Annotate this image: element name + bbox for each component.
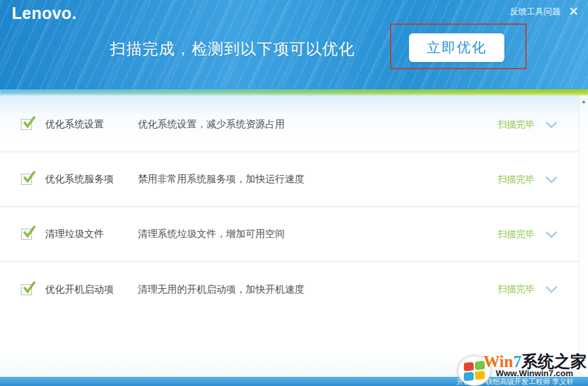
optimization-row-system-services: 优化系统服务项 禁用非常用系统服务项，加快运行速度 扫描完毕 bbox=[0, 152, 579, 207]
row-label: 优化系统服务项 bbox=[45, 173, 138, 185]
scan-complete-title: 扫描完成，检测到以下项可以优化 bbox=[110, 39, 355, 59]
checkmark-icon bbox=[22, 170, 37, 184]
scan-status: 扫描完毕 bbox=[498, 119, 534, 131]
watermark-url: Www.Winwin7.com bbox=[483, 368, 585, 378]
row-label: 清理垃圾文件 bbox=[45, 228, 138, 240]
watermark-text: Win7系统之家 Www.Winwin7.com bbox=[483, 353, 585, 378]
checkbox-checked[interactable] bbox=[21, 119, 32, 130]
scrollbar-track[interactable]: ▲ bbox=[579, 95, 588, 377]
optimization-row-startup-items: 优化开机启动项 清理无用的开机启动项，加快开机速度 扫描完毕 bbox=[0, 262, 579, 317]
header-accent-strip bbox=[0, 89, 588, 95]
checkbox-checked[interactable] bbox=[21, 174, 32, 185]
row-description: 清理无用的开机启动项，加快开机速度 bbox=[138, 283, 498, 296]
scan-status: 扫描完毕 bbox=[498, 283, 534, 295]
chevron-down-icon[interactable] bbox=[545, 285, 558, 293]
lenovo-optimizer-window: Lenovo. 反馈工具问题 ✕ 扫描完成，检测到以下项可以优化 立即优化 优化… bbox=[0, 0, 588, 386]
checkmark-icon bbox=[22, 225, 37, 239]
win7-watermark: Win7系统之家 Www.Winwin7.com bbox=[446, 353, 585, 386]
checkmark-icon bbox=[22, 280, 37, 295]
optimization-row-junk-files: 清理垃圾文件 清理系统垃圾文件，增加可用空间 扫描完毕 bbox=[0, 207, 579, 262]
row-description: 禁用非常用系统服务项，加快运行速度 bbox=[138, 173, 498, 185]
optimization-list: 优化系统设置 优化系统设置，减少系统资源占用 扫描完毕 优化系统服务项 禁用非常… bbox=[0, 95, 588, 377]
header-actions: 反馈工具问题 ✕ bbox=[510, 5, 579, 18]
row-label: 优化开机启动项 bbox=[45, 283, 138, 296]
header: Lenovo. 反馈工具问题 ✕ 扫描完成，检测到以下项可以优化 立即优化 bbox=[0, 0, 588, 95]
row-description: 优化系统设置，减少系统资源占用 bbox=[138, 118, 498, 131]
checkbox-checked[interactable] bbox=[21, 284, 32, 295]
optimization-row-system-settings: 优化系统设置 优化系统设置，减少系统资源占用 扫描完毕 bbox=[0, 97, 579, 152]
row-description: 清理系统垃圾文件，增加可用空间 bbox=[138, 228, 498, 240]
feedback-link[interactable]: 反馈工具问题 bbox=[510, 6, 561, 18]
row-label: 优化系统设置 bbox=[45, 118, 138, 131]
checkmark-icon bbox=[22, 115, 37, 129]
rows-container: 优化系统设置 优化系统设置，减少系统资源占用 扫描完毕 优化系统服务项 禁用非常… bbox=[0, 97, 579, 317]
close-icon[interactable]: ✕ bbox=[568, 5, 579, 18]
chevron-down-icon[interactable] bbox=[545, 121, 558, 129]
scan-status: 扫描完毕 bbox=[498, 229, 534, 240]
scroll-up-icon[interactable]: ▲ bbox=[580, 98, 588, 105]
chevron-down-icon[interactable] bbox=[545, 176, 558, 184]
lenovo-logo: Lenovo. bbox=[12, 4, 76, 23]
chevron-down-icon[interactable] bbox=[545, 231, 558, 238]
optimize-now-button[interactable]: 立即优化 bbox=[409, 33, 504, 62]
checkbox-checked[interactable] bbox=[21, 229, 32, 240]
scan-status: 扫描完毕 bbox=[498, 174, 534, 185]
